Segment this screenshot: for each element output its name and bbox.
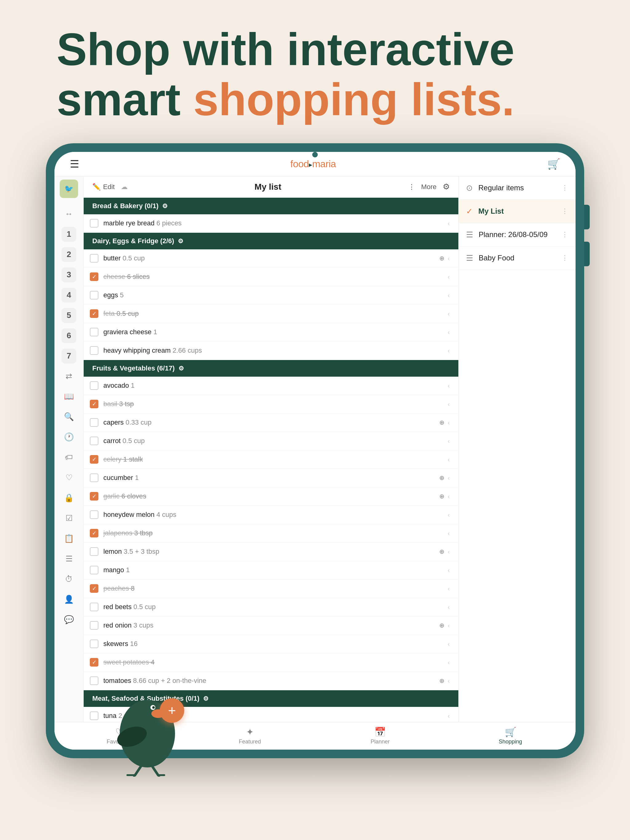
sidebar-icon-timer[interactable]: ⏱ [62, 572, 76, 587]
sidebar-icon-person[interactable]: 👤 [62, 592, 76, 607]
sidebar-icon-tag[interactable]: 🏷 [62, 450, 76, 465]
chevron-1-3[interactable]: ‹ [448, 310, 450, 317]
tab-item-2[interactable]: 📅Planner [315, 722, 445, 750]
chevron-2-15[interactable]: ‹ [448, 659, 450, 666]
edit-button[interactable]: ✏️ Edit [92, 183, 115, 191]
sidebar-icon-book[interactable]: 📖 [62, 389, 76, 404]
list-item-2-6[interactable]: ✓garlic 6 cloves⊕‹ [84, 487, 458, 506]
chevron-2-7[interactable]: ‹ [448, 511, 450, 518]
category-settings-icon-1[interactable]: ⚙ [178, 237, 184, 245]
checkbox-2-1[interactable]: ✓ [90, 400, 98, 408]
list-item-1-0[interactable]: butter 0.5 cup⊕‹ [84, 249, 458, 268]
chevron-2-2[interactable]: ‹ [448, 419, 450, 426]
checkbox-2-2[interactable] [90, 418, 98, 427]
chevron-1-4[interactable]: ‹ [448, 329, 450, 336]
checkbox-2-3[interactable] [90, 437, 98, 445]
checkbox-2-7[interactable] [90, 510, 98, 519]
sidebar-num-3[interactable]: 3 [62, 267, 76, 282]
sidebar-num-1[interactable]: 1 [62, 227, 76, 242]
chevron-2-5[interactable]: ‹ [448, 474, 450, 482]
checkbox-2-12[interactable] [90, 603, 98, 611]
list-item-1-1[interactable]: ✓cheese 6 slices‹ [84, 268, 458, 286]
cart-icon[interactable]: 🛒 [547, 158, 560, 170]
sidebar-num-2[interactable]: 2 [62, 247, 76, 262]
checkbox-2-10[interactable] [90, 566, 98, 574]
chevron-2-16[interactable]: ‹ [448, 677, 450, 684]
checkbox-2-11[interactable]: ✓ [90, 584, 98, 593]
sidebar-icon-heart[interactable]: ♡ [62, 471, 76, 485]
chevron-3-0[interactable]: ‹ [448, 712, 450, 720]
chevron-1-2[interactable]: ‹ [448, 292, 450, 299]
checkbox-2-15[interactable]: ✓ [90, 658, 98, 666]
chevron-2-13[interactable]: ‹ [448, 622, 450, 629]
chevron-2-11[interactable]: ‹ [448, 585, 450, 592]
tab-item-1[interactable]: ✦Featured [185, 722, 315, 750]
list-item-2-9[interactable]: lemon 3.5 + 3 tbsp⊕‹ [84, 543, 458, 561]
chevron-2-3[interactable]: ‹ [448, 437, 450, 445]
sidebar-icon-check[interactable]: ☑ [62, 511, 76, 526]
checkbox-2-14[interactable] [90, 639, 98, 648]
sidebar-icon-swap[interactable]: ⇄ [62, 369, 76, 384]
chevron-2-8[interactable]: ‹ [448, 530, 450, 537]
list-item-2-11[interactable]: ✓peaches 8‹ [84, 579, 458, 598]
add-icon-1-0[interactable]: ⊕ [439, 254, 445, 262]
checkbox-3-0[interactable] [90, 712, 98, 720]
checkbox-1-4[interactable] [90, 328, 98, 336]
right-panel-item-1[interactable]: ✓My List⋮ [459, 200, 576, 223]
add-icon-2-5[interactable]: ⊕ [439, 474, 445, 482]
right-panel-more-0[interactable]: ⋮ [561, 184, 568, 192]
filter-icon[interactable]: ⚙ [443, 182, 450, 191]
right-panel-item-2[interactable]: ☰Planner: 26/08-05/09⋮ [459, 223, 576, 246]
sidebar-num-6[interactable]: 6 [62, 328, 76, 343]
list-item-2-8[interactable]: ✓jalapenos 3 tbsp‹ [84, 524, 458, 543]
chevron-2-1[interactable]: ‹ [448, 401, 450, 408]
list-item-2-1[interactable]: ✓basil 3 tsp‹ [84, 395, 458, 414]
menu-icon[interactable]: ☰ [70, 158, 79, 170]
chevron-1-1[interactable]: ‹ [448, 273, 450, 280]
sidebar-num-5[interactable]: 5 [62, 308, 76, 323]
checkbox-2-6[interactable]: ✓ [90, 492, 98, 501]
tab-item-3[interactable]: 🛒Shopping [445, 722, 576, 750]
chevron-2-14[interactable]: ‹ [448, 641, 450, 647]
list-item-2-4[interactable]: ✓celery 1 stalk‹ [84, 450, 458, 469]
checkbox-1-1[interactable]: ✓ [90, 272, 98, 281]
sidebar-num-4[interactable]: 4 [62, 288, 76, 303]
list-item-2-14[interactable]: skewers 16‹ [84, 635, 458, 654]
checkbox-2-0[interactable] [90, 381, 98, 390]
list-item-2-7[interactable]: honeydew melon 4 cups‹ [84, 506, 458, 524]
category-settings-icon-2[interactable]: ⚙ [179, 365, 184, 372]
sidebar-num-7[interactable]: 7 [62, 349, 76, 363]
list-item-1-4[interactable]: graviera cheese 1‹ [84, 323, 458, 342]
checkbox-2-8[interactable]: ✓ [90, 529, 98, 537]
list-item-2-2[interactable]: capers 0.33 cup⊕‹ [84, 414, 458, 432]
checkbox-1-2[interactable] [90, 291, 98, 300]
chevron-2-12[interactable]: ‹ [448, 603, 450, 611]
sidebar-icon-back[interactable]: ↔ [62, 207, 76, 221]
list-item-1-3[interactable]: ✓feta 0.5 cup‹ [84, 305, 458, 323]
chevron-1-0[interactable]: ‹ [448, 255, 450, 262]
more-dots-icon[interactable]: ⋮ [408, 183, 415, 191]
add-icon-2-13[interactable]: ⊕ [439, 622, 445, 629]
sidebar-icon-lock[interactable]: 🔒 [62, 491, 76, 505]
list-item-1-2[interactable]: eggs 5‹ [84, 286, 458, 305]
sidebar-icon-search[interactable]: 🔍 [62, 409, 76, 424]
add-icon-2-16[interactable]: ⊕ [439, 677, 445, 684]
chevron-0-0[interactable]: ‹ [448, 220, 450, 227]
chevron-1-5[interactable]: ‹ [448, 347, 450, 354]
checkbox-0-0[interactable] [90, 219, 98, 227]
list-item-2-3[interactable]: carrot 0.5 cup‹ [84, 432, 458, 450]
list-item-2-13[interactable]: red onion 3 cups⊕‹ [84, 616, 458, 635]
list-item-2-10[interactable]: mango 1‹ [84, 561, 458, 579]
more-label[interactable]: More [421, 183, 437, 191]
add-icon-2-6[interactable]: ⊕ [439, 493, 445, 500]
fab-add-button[interactable]: + [160, 698, 184, 723]
right-panel-more-3[interactable]: ⋮ [561, 254, 568, 262]
checkbox-2-13[interactable] [90, 621, 98, 630]
category-settings-icon-3[interactable]: ⚙ [203, 695, 209, 702]
list-item-2-15[interactable]: ✓sweet potatoes 4‹ [84, 654, 458, 672]
category-settings-icon-0[interactable]: ⚙ [162, 202, 168, 210]
sidebar-icon-clipboard[interactable]: 📋 [62, 531, 76, 546]
add-icon-2-9[interactable]: ⊕ [439, 548, 445, 555]
checkbox-2-5[interactable] [90, 474, 98, 482]
list-item-2-5[interactable]: cucumber 1⊕‹ [84, 469, 458, 487]
